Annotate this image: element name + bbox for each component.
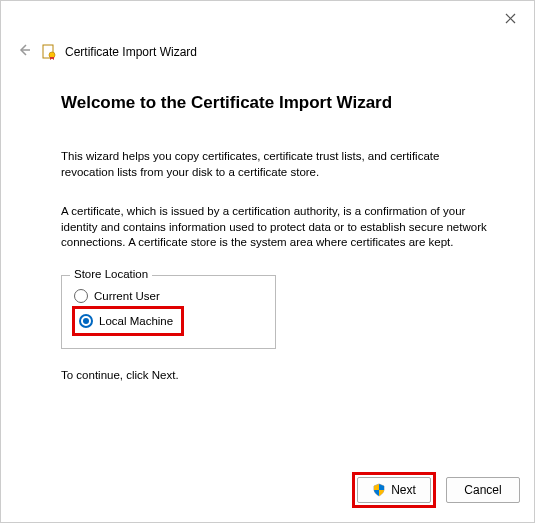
wizard-header: Certificate Import Wizard: [1, 41, 534, 63]
footer-buttons: Next Cancel: [352, 472, 520, 508]
cancel-button-label: Cancel: [464, 483, 501, 497]
certificate-icon: [41, 44, 57, 60]
description-text: A certificate, which is issued by a cert…: [61, 204, 494, 251]
radio-dot: [83, 318, 89, 324]
radio-local-machine[interactable]: Local Machine: [77, 311, 175, 331]
highlight-local-machine: Local Machine: [72, 306, 184, 336]
store-location-legend: Store Location: [70, 268, 152, 280]
radio-current-user[interactable]: Current User: [72, 286, 265, 306]
wizard-title: Certificate Import Wizard: [65, 45, 197, 59]
back-button[interactable]: [15, 43, 33, 61]
uac-shield-icon: [372, 483, 386, 497]
radio-icon-unselected: [74, 289, 88, 303]
intro-text: This wizard helps you copy certificates,…: [61, 149, 494, 180]
highlight-next-button: Next: [352, 472, 436, 508]
page-heading: Welcome to the Certificate Import Wizard: [61, 93, 494, 113]
next-button[interactable]: Next: [357, 477, 431, 503]
radio-label-local-machine: Local Machine: [99, 315, 173, 327]
back-arrow-icon: [17, 43, 31, 57]
cancel-button[interactable]: Cancel: [446, 477, 520, 503]
close-icon: [505, 13, 516, 24]
next-button-label: Next: [391, 483, 416, 497]
store-location-group: Store Location Current User Local Machin…: [61, 275, 276, 349]
continue-hint: To continue, click Next.: [61, 369, 494, 381]
close-button[interactable]: [496, 7, 524, 29]
radio-icon-selected: [79, 314, 93, 328]
radio-label-current-user: Current User: [94, 290, 160, 302]
